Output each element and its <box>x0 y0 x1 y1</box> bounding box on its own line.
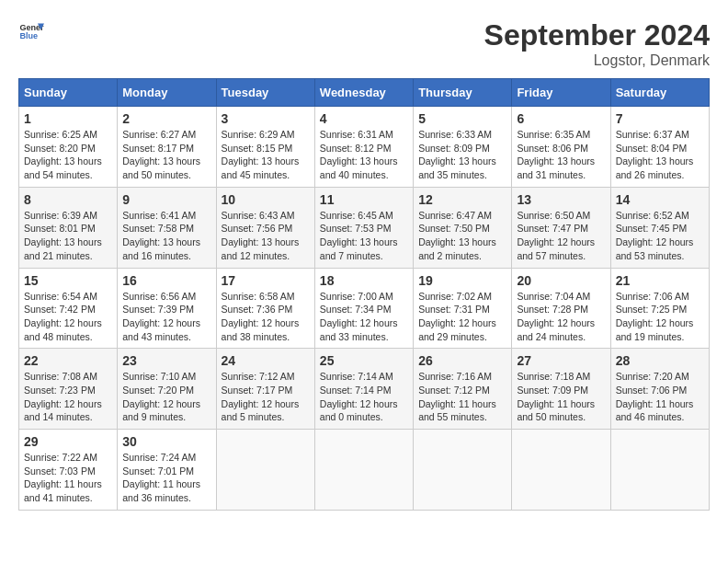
calendar-cell: 28Sunrise: 7:20 AM Sunset: 7:06 PM Dayli… <box>610 349 709 430</box>
day-info: Sunrise: 6:43 AM Sunset: 7:56 PM Dayligh… <box>222 209 310 263</box>
header-thursday: Thursday <box>414 79 512 107</box>
calendar-row: 15Sunrise: 6:54 AM Sunset: 7:42 PM Dayli… <box>19 268 710 349</box>
location-title: Logstor, Denmark <box>484 52 710 69</box>
page-container: General Blue September 2024 Logstor, Den… <box>18 18 710 511</box>
calendar-table: Sunday Monday Tuesday Wednesday Thursday… <box>18 78 710 511</box>
day-info: Sunrise: 6:29 AM Sunset: 8:15 PM Dayligh… <box>222 128 310 182</box>
calendar-cell: 23Sunrise: 7:10 AM Sunset: 7:20 PM Dayli… <box>118 349 216 430</box>
calendar-row: 22Sunrise: 7:08 AM Sunset: 7:23 PM Dayli… <box>19 349 710 430</box>
calendar-cell: 4Sunrise: 6:31 AM Sunset: 8:12 PM Daylig… <box>314 107 413 188</box>
calendar-cell: 3Sunrise: 6:29 AM Sunset: 8:15 PM Daylig… <box>216 107 314 188</box>
day-number: 5 <box>418 111 506 126</box>
calendar-cell: 1Sunrise: 6:25 AM Sunset: 8:20 PM Daylig… <box>19 107 118 188</box>
day-number: 1 <box>24 111 112 126</box>
logo: General Blue <box>18 18 44 44</box>
day-info: Sunrise: 6:35 AM Sunset: 8:06 PM Dayligh… <box>517 128 605 182</box>
title-area: September 2024 Logstor, Denmark <box>484 18 710 69</box>
month-title: September 2024 <box>484 18 710 52</box>
day-info: Sunrise: 7:06 AM Sunset: 7:25 PM Dayligh… <box>616 290 704 344</box>
day-info: Sunrise: 6:50 AM Sunset: 7:47 PM Dayligh… <box>517 209 605 263</box>
calendar-cell: 16Sunrise: 6:56 AM Sunset: 7:39 PM Dayli… <box>118 268 216 349</box>
day-number: 16 <box>122 273 210 288</box>
day-info: Sunrise: 6:41 AM Sunset: 7:58 PM Dayligh… <box>122 209 210 263</box>
day-number: 4 <box>320 111 408 126</box>
calendar-cell: 14Sunrise: 6:52 AM Sunset: 7:45 PM Dayli… <box>610 187 709 268</box>
day-number: 24 <box>222 353 310 368</box>
svg-text:Blue: Blue <box>19 31 38 40</box>
day-info: Sunrise: 6:45 AM Sunset: 7:53 PM Dayligh… <box>320 209 408 263</box>
calendar-cell: 21Sunrise: 7:06 AM Sunset: 7:25 PM Dayli… <box>610 268 709 349</box>
calendar-cell <box>512 430 610 511</box>
day-number: 28 <box>616 353 704 368</box>
calendar-cell: 25Sunrise: 7:14 AM Sunset: 7:14 PM Dayli… <box>314 349 413 430</box>
calendar-cell: 5Sunrise: 6:33 AM Sunset: 8:09 PM Daylig… <box>414 107 512 188</box>
day-info: Sunrise: 7:12 AM Sunset: 7:17 PM Dayligh… <box>222 370 310 424</box>
day-number: 21 <box>616 273 704 288</box>
day-info: Sunrise: 7:18 AM Sunset: 7:09 PM Dayligh… <box>517 370 605 424</box>
day-info: Sunrise: 6:27 AM Sunset: 8:17 PM Dayligh… <box>122 128 210 182</box>
calendar-cell: 19Sunrise: 7:02 AM Sunset: 7:31 PM Dayli… <box>414 268 512 349</box>
day-info: Sunrise: 7:14 AM Sunset: 7:14 PM Dayligh… <box>320 370 408 424</box>
day-number: 8 <box>24 192 112 207</box>
calendar-cell <box>216 430 314 511</box>
day-info: Sunrise: 6:39 AM Sunset: 8:01 PM Dayligh… <box>24 209 112 263</box>
calendar-row: 1Sunrise: 6:25 AM Sunset: 8:20 PM Daylig… <box>19 107 710 188</box>
day-number: 15 <box>24 273 112 288</box>
day-number: 23 <box>122 353 210 368</box>
day-info: Sunrise: 7:04 AM Sunset: 7:28 PM Dayligh… <box>517 290 605 344</box>
day-number: 17 <box>222 273 310 288</box>
calendar-cell: 13Sunrise: 6:50 AM Sunset: 7:47 PM Dayli… <box>512 187 610 268</box>
day-info: Sunrise: 7:08 AM Sunset: 7:23 PM Dayligh… <box>24 370 112 424</box>
day-number: 20 <box>517 273 605 288</box>
day-number: 19 <box>418 273 506 288</box>
day-number: 26 <box>418 353 506 368</box>
day-number: 2 <box>122 111 210 126</box>
day-number: 22 <box>24 353 112 368</box>
day-number: 29 <box>24 434 112 449</box>
calendar-cell: 7Sunrise: 6:37 AM Sunset: 8:04 PM Daylig… <box>610 107 709 188</box>
day-number: 11 <box>320 192 408 207</box>
day-number: 14 <box>616 192 704 207</box>
calendar-cell: 29Sunrise: 7:22 AM Sunset: 7:03 PM Dayli… <box>19 430 118 511</box>
day-info: Sunrise: 7:20 AM Sunset: 7:06 PM Dayligh… <box>616 370 704 424</box>
day-info: Sunrise: 6:47 AM Sunset: 7:50 PM Dayligh… <box>418 209 506 263</box>
day-info: Sunrise: 7:22 AM Sunset: 7:03 PM Dayligh… <box>24 451 112 505</box>
day-info: Sunrise: 6:58 AM Sunset: 7:36 PM Dayligh… <box>222 290 310 344</box>
day-number: 30 <box>122 434 210 449</box>
header: General Blue September 2024 Logstor, Den… <box>18 18 710 69</box>
calendar-cell: 22Sunrise: 7:08 AM Sunset: 7:23 PM Dayli… <box>19 349 118 430</box>
calendar-cell: 18Sunrise: 7:00 AM Sunset: 7:34 PM Dayli… <box>314 268 413 349</box>
calendar-cell: 12Sunrise: 6:47 AM Sunset: 7:50 PM Dayli… <box>414 187 512 268</box>
day-number: 13 <box>517 192 605 207</box>
day-info: Sunrise: 7:02 AM Sunset: 7:31 PM Dayligh… <box>418 290 506 344</box>
header-tuesday: Tuesday <box>216 79 314 107</box>
calendar-cell: 15Sunrise: 6:54 AM Sunset: 7:42 PM Dayli… <box>19 268 118 349</box>
calendar-cell: 26Sunrise: 7:16 AM Sunset: 7:12 PM Dayli… <box>414 349 512 430</box>
day-number: 18 <box>320 273 408 288</box>
calendar-cell: 10Sunrise: 6:43 AM Sunset: 7:56 PM Dayli… <box>216 187 314 268</box>
calendar-row: 8Sunrise: 6:39 AM Sunset: 8:01 PM Daylig… <box>19 187 710 268</box>
calendar-cell <box>414 430 512 511</box>
calendar-cell: 20Sunrise: 7:04 AM Sunset: 7:28 PM Dayli… <box>512 268 610 349</box>
day-info: Sunrise: 7:24 AM Sunset: 7:01 PM Dayligh… <box>122 451 210 505</box>
header-saturday: Saturday <box>610 79 709 107</box>
day-info: Sunrise: 6:33 AM Sunset: 8:09 PM Dayligh… <box>418 128 506 182</box>
calendar-cell <box>610 430 709 511</box>
day-number: 25 <box>320 353 408 368</box>
calendar-cell: 8Sunrise: 6:39 AM Sunset: 8:01 PM Daylig… <box>19 187 118 268</box>
calendar-cell: 9Sunrise: 6:41 AM Sunset: 7:58 PM Daylig… <box>118 187 216 268</box>
calendar-cell: 6Sunrise: 6:35 AM Sunset: 8:06 PM Daylig… <box>512 107 610 188</box>
header-sunday: Sunday <box>19 79 118 107</box>
calendar-cell: 27Sunrise: 7:18 AM Sunset: 7:09 PM Dayli… <box>512 349 610 430</box>
day-info: Sunrise: 6:31 AM Sunset: 8:12 PM Dayligh… <box>320 128 408 182</box>
day-info: Sunrise: 7:00 AM Sunset: 7:34 PM Dayligh… <box>320 290 408 344</box>
day-info: Sunrise: 6:54 AM Sunset: 7:42 PM Dayligh… <box>24 290 112 344</box>
calendar-cell: 17Sunrise: 6:58 AM Sunset: 7:36 PM Dayli… <box>216 268 314 349</box>
header-friday: Friday <box>512 79 610 107</box>
day-info: Sunrise: 7:16 AM Sunset: 7:12 PM Dayligh… <box>418 370 506 424</box>
header-monday: Monday <box>118 79 216 107</box>
day-number: 7 <box>616 111 704 126</box>
day-number: 10 <box>222 192 310 207</box>
calendar-row: 29Sunrise: 7:22 AM Sunset: 7:03 PM Dayli… <box>19 430 710 511</box>
day-info: Sunrise: 7:10 AM Sunset: 7:20 PM Dayligh… <box>122 370 210 424</box>
